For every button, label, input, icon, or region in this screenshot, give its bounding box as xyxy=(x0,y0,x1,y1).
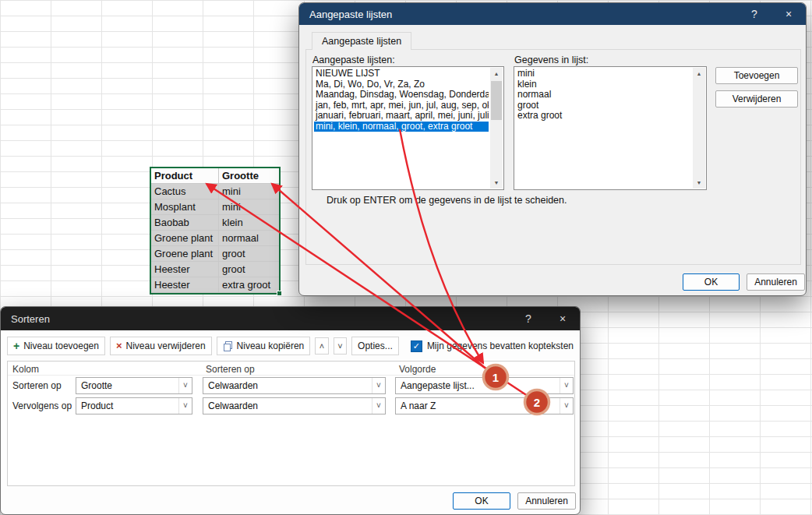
table-row: Baobab klein xyxy=(151,215,279,231)
level2-sorton-select[interactable]: Celwaarden ˅ xyxy=(203,397,386,414)
delete-level-button[interactable]: × Niveau verwijderen xyxy=(110,337,212,355)
help-icon[interactable]: ? xyxy=(511,312,545,325)
custom-lists-listbox[interactable]: NIEUWE LIJST Ma, Di, Wo, Do, Vr, Za, Zo … xyxy=(312,66,504,190)
copy-level-button[interactable]: Niveau kopiëren xyxy=(217,337,311,355)
scroll-down-icon[interactable]: ▼ xyxy=(490,177,503,189)
sort-dialog-titlebar[interactable]: Sorteren ? × xyxy=(1,307,580,330)
table-row: Cactus mini xyxy=(151,184,279,199)
sort-cancel-button[interactable]: Annuleren xyxy=(517,492,576,510)
list-entry-item[interactable]: groot xyxy=(516,101,691,111)
table-cell[interactable]: mini xyxy=(219,184,279,199)
close-icon[interactable]: × xyxy=(771,8,806,20)
copy-icon xyxy=(223,341,233,351)
sort-columns-header: Kolom Sorteren op Volgorde xyxy=(8,362,574,376)
lists-ok-button[interactable]: OK xyxy=(683,273,740,291)
data-table: Product Grootte Cactus mini Mosplant min… xyxy=(150,167,281,295)
table-row: Mosplant mini xyxy=(151,199,279,215)
level2-order-select[interactable]: A naar Z ˅ xyxy=(395,397,574,414)
list-entries-listbox[interactable]: mini klein normaal groot extra groot ▲ ▼ xyxy=(514,66,707,190)
chevron-down-icon: ˅ xyxy=(337,341,342,351)
custom-lists-title: Aangepaste lijsten xyxy=(299,9,392,20)
lists-cancel-button[interactable]: Annuleren xyxy=(747,273,805,291)
move-level-up-button[interactable]: ˄ xyxy=(315,337,328,355)
table-cell[interactable]: groot xyxy=(219,246,279,262)
scrollbar[interactable]: ▲ ▼ xyxy=(490,68,503,189)
delete-list-button[interactable]: Verwijderen xyxy=(715,90,798,108)
table-header-row: Product Grootte xyxy=(151,168,279,184)
table-cell[interactable]: klein xyxy=(219,215,279,231)
scrollbar-thumb[interactable] xyxy=(491,81,502,120)
sort-ok-button[interactable]: OK xyxy=(453,492,510,510)
table-cell[interactable]: Groene plant xyxy=(151,231,219,246)
scroll-up-icon[interactable]: ▲ xyxy=(693,68,705,79)
table-cell[interactable]: Baobab xyxy=(151,215,219,231)
custom-list-item[interactable]: jan, feb, mrt, apr, mei, jun, jul, aug, … xyxy=(314,101,489,111)
chevron-down-icon: ˅ xyxy=(372,398,385,414)
column-header-product[interactable]: Product xyxy=(151,168,219,184)
list-entry-item[interactable]: mini xyxy=(516,69,691,79)
headers-checkbox-label[interactable]: Mijn gegevens bevatten kopteksten xyxy=(427,340,574,351)
list-entry-item[interactable]: normaal xyxy=(516,90,691,101)
list-entry-item[interactable]: klein xyxy=(516,79,691,90)
sort-toolbar: + Niveau toevoegen × Niveau verwijderen … xyxy=(1,335,580,357)
add-list-button[interactable]: Toevoegen xyxy=(715,67,798,84)
table-cell[interactable]: extra groot xyxy=(219,277,279,293)
delete-x-icon: × xyxy=(116,341,122,351)
table-cell[interactable]: Heester xyxy=(151,262,219,277)
add-level-button[interactable]: + Niveau toevoegen xyxy=(7,337,105,355)
level1-label: Sorteren op xyxy=(12,377,62,394)
scroll-down-icon[interactable]: ▼ xyxy=(693,177,705,189)
table-row: Groene plant groot xyxy=(151,246,279,262)
level1-order-select[interactable]: Aangepaste lijst... ˅ xyxy=(395,377,574,394)
table-cell[interactable]: Cactus xyxy=(151,184,219,199)
entries-label: Gegevens in lijst: xyxy=(514,55,588,65)
table-row: Groene plant normaal xyxy=(151,231,279,246)
column-header-kolom: Kolom xyxy=(12,364,39,375)
level2-column-select[interactable]: Product ˅ xyxy=(76,397,192,414)
list-entry-item[interactable]: extra groot xyxy=(516,111,691,122)
level1-column-select[interactable]: Grootte ˅ xyxy=(76,377,192,394)
scrollbar[interactable]: ▲ ▼ xyxy=(693,68,705,189)
copy-level-label: Niveau kopiëren xyxy=(237,340,305,351)
table-row: Heester extra groot xyxy=(151,277,279,293)
headers-checkbox[interactable]: ✓ xyxy=(411,340,422,352)
custom-list-item[interactable]: NIEUWE LIJST xyxy=(314,69,489,79)
move-level-down-button[interactable]: ˅ xyxy=(334,337,347,355)
chevron-up-icon: ˄ xyxy=(320,341,324,351)
options-button[interactable]: Opties... xyxy=(351,337,399,355)
custom-list-item[interactable]: Maandag, Dinsdag, Woensdag, Donderdag, xyxy=(314,90,489,101)
chevron-down-icon: ˅ xyxy=(372,378,385,393)
selection-fill-handle[interactable] xyxy=(277,291,282,296)
custom-list-item[interactable]: januari, februari, maart, april, mei, ju… xyxy=(314,111,489,122)
custom-list-item[interactable]: Ma, Di, Wo, Do, Vr, Za, Zo xyxy=(314,79,489,90)
table-cell[interactable]: mini xyxy=(219,199,279,215)
close-icon[interactable]: × xyxy=(545,312,580,325)
table-cell[interactable]: groot xyxy=(219,262,279,277)
lists-label: Aangepaste lijsten: xyxy=(312,55,395,65)
add-level-label: Niveau toevoegen xyxy=(23,340,99,351)
sort-dialog: Sorteren ? × + Niveau toevoegen × Niveau… xyxy=(0,306,581,515)
sort-dialog-title: Sorteren xyxy=(1,313,50,325)
chevron-down-icon: ˅ xyxy=(560,378,573,393)
options-label: Opties... xyxy=(358,340,393,351)
check-icon: ✓ xyxy=(413,341,420,351)
chevron-down-icon: ˅ xyxy=(178,398,192,414)
sort-levels-box: Kolom Sorteren op Volgorde Sorteren op G… xyxy=(7,361,575,486)
delete-level-label: Niveau verwijderen xyxy=(126,340,206,351)
custom-lists-titlebar[interactable]: Aangepaste lijsten ? × xyxy=(299,3,806,25)
scroll-up-icon[interactable]: ▲ xyxy=(490,68,503,79)
plus-icon: + xyxy=(13,341,19,351)
table-cell[interactable]: Groene plant xyxy=(151,246,219,262)
table-cell[interactable]: normaal xyxy=(219,231,279,246)
chevron-down-icon: ˅ xyxy=(178,378,192,393)
table-cell[interactable]: Heester xyxy=(151,277,219,293)
tab-aangepaste-lijsten[interactable]: Aangepaste lijsten xyxy=(312,32,411,50)
column-header-grootte[interactable]: Grootte xyxy=(219,168,279,184)
custom-list-item-selected[interactable]: mini, klein, normaal, groot, extra groot xyxy=(314,122,489,132)
help-icon[interactable]: ? xyxy=(737,8,771,20)
level1-sorton-select[interactable]: Celwaarden ˅ xyxy=(203,377,386,394)
enter-hint-text: Druk op ENTER om de gegevens in de lijst… xyxy=(327,195,567,206)
chevron-down-icon: ˅ xyxy=(560,398,573,414)
table-cell[interactable]: Mosplant xyxy=(151,199,219,215)
custom-lists-dialog: Aangepaste lijsten ? × Aangepaste lijste… xyxy=(298,2,807,296)
